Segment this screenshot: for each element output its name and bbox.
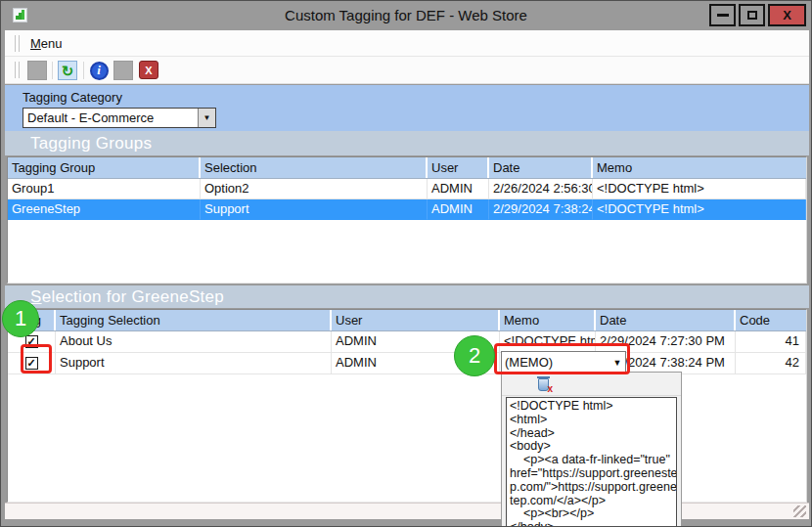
highlight-box-checkbox [21,344,52,373]
tagging-groups-table: Tagging Group Selection User Date Memo G… [7,156,807,284]
cell-code: 42 [736,353,806,374]
tagging-category-label: Tagging Category [23,90,122,105]
exit-button[interactable]: X [139,61,158,79]
refresh-button[interactable]: ↻ [58,61,77,80]
column-header[interactable]: Tagging Selection [56,310,332,330]
cell-memo: <!DOCTYPE html> [593,179,806,199]
column-header[interactable]: Selection [201,157,428,178]
cell-date: 2/26/2024 2:56:30 [489,179,593,199]
toolbar-grip[interactable] [15,62,20,78]
table-row-selected[interactable]: GreeneStep Support ADMIN 2/29/2024 7:38:… [8,199,806,220]
tagging-category-dropdown[interactable]: Default - E-Commerce ▼ [23,108,216,128]
table-row[interactable]: Group1 Option2 ADMIN 2/26/2024 2:56:30 <… [8,179,806,199]
cell-code: 41 [736,331,806,353]
clear-memo-button[interactable]: x [537,376,550,391]
tagging-category-panel: Tagging Category Default - E-Commerce ▼ [5,85,809,131]
status-bar [5,503,809,519]
column-header[interactable]: Memo [593,157,806,178]
cell-tagging-selection: About Us [56,331,332,353]
step-badge-2: 2 [454,335,495,376]
maximize-button[interactable] [739,4,765,26]
selection-table-header-row: Tag Tagging Selection User Memo Date Cod… [8,310,806,331]
cell-tagging-group: GreeneStep [8,199,201,220]
selection-table: Tag Tagging Selection User Memo Date Cod… [7,309,807,503]
minimize-button[interactable] [709,4,736,26]
exit-x-icon: X [145,65,152,76]
table-row[interactable]: ✓ Support ADMIN 2/29/2024 7:38:24 PM 42 [8,353,806,374]
column-header[interactable]: Date [489,157,593,178]
groups-table-header-row: Tagging Group Selection User Date Memo [8,157,806,179]
step-badge-1: 1 [2,300,39,337]
table-row[interactable]: ✓ About Us ADMIN <!DOCTYPE html> 2/29/20… [8,331,806,353]
cell-tagging-group: Group1 [8,179,201,199]
maximize-icon [747,11,757,20]
toolbar-separator [52,62,53,79]
title-bar: Custom Tagging for DEF - Web Store X [1,1,811,30]
minimize-icon [717,14,729,17]
menubar-grip[interactable] [15,35,20,52]
cell-selection: Support [201,199,428,220]
cell-user: ADMIN [428,179,489,199]
column-header[interactable]: User [332,310,500,330]
resize-grip[interactable] [793,505,806,517]
menu-item-menu[interactable]: Menu [30,36,63,51]
column-header[interactable]: Memo [500,310,596,330]
cell-user: ADMIN [428,199,489,220]
cell-selection: Option2 [201,179,428,199]
toolbar-separator [83,62,84,79]
close-icon: X [783,9,791,22]
close-button[interactable]: X [768,4,806,26]
cell-date: 2/29/2024 7:38:24 PM [489,199,593,220]
memo-text-area[interactable]: <!DOCTYPE html> <html> </head> <body> <p… [506,397,677,527]
delete-x-icon: x [547,384,553,394]
info-button[interactable]: i [89,61,109,80]
toolbar-button-disabled[interactable] [113,61,133,80]
refresh-icon: ↻ [62,64,74,78]
chevron-down-icon[interactable]: ▼ [198,109,215,127]
cell-memo: <!DOCTYPE html> [593,199,806,220]
memo-popup: x <!DOCTYPE html> <html> </head> <body> … [501,372,682,527]
column-header[interactable]: Tagging Group [8,157,201,178]
column-header[interactable]: User [428,157,489,178]
tagging-groups-header: Tagging Groups [5,131,809,155]
memo-popup-toolbar: x [502,373,681,396]
info-icon: i [90,62,109,80]
tagging-category-value: Default - E-Commerce [23,110,198,125]
app-window: Custom Tagging for DEF - Web Store X Men… [0,0,812,527]
column-header[interactable]: Date [596,310,736,330]
cell-tagging-selection: Support [56,353,332,374]
window-title: Custom Tagging for DEF - Web Store [1,7,811,23]
highlight-box-memo [494,343,630,374]
selection-section-header: Selection for GreeneStep [5,285,809,308]
tool-bar: ↻ i X [5,57,809,84]
menu-bar: Menu [5,30,809,57]
save-button-disabled[interactable] [27,61,47,80]
column-header[interactable]: Code [736,310,806,330]
